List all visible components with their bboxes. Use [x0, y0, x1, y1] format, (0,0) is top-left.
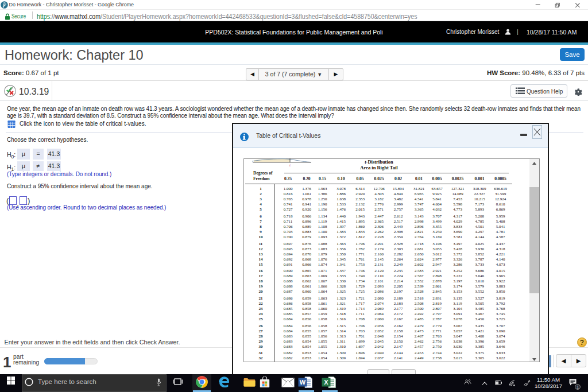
svg-text:X: X — [324, 379, 328, 386]
svg-text:W: W — [300, 379, 306, 386]
